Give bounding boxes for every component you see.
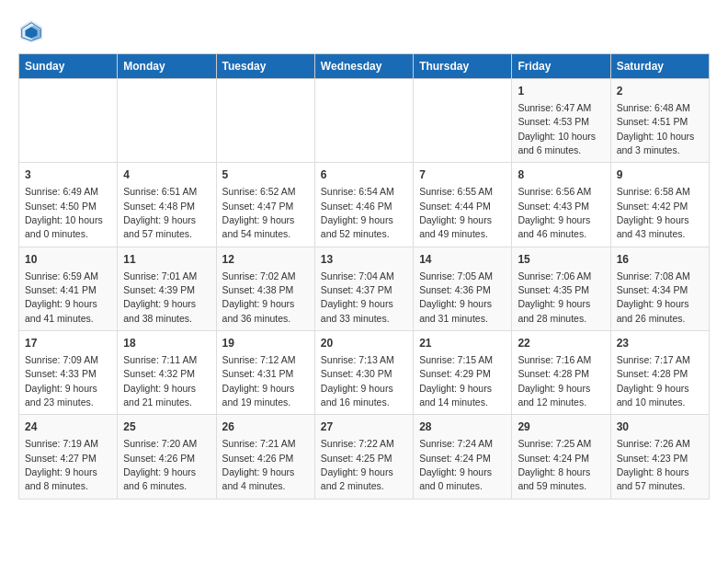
header-tuesday: Tuesday [216,54,314,79]
calendar-cell [314,79,413,163]
calendar-cell: 7Sunrise: 6:55 AM Sunset: 4:44 PM Daylig… [414,163,512,247]
day-number: 23 [617,336,703,351]
calendar-cell: 18Sunrise: 7:11 AM Sunset: 4:32 PM Dayli… [118,331,216,415]
day-number: 19 [222,336,309,351]
calendar-cell: 5Sunrise: 6:52 AM Sunset: 4:47 PM Daylig… [216,163,314,247]
day-number: 30 [617,419,703,435]
header-thursday: Thursday [414,54,512,79]
calendar-cell [414,79,512,163]
day-info: Sunrise: 6:55 AM Sunset: 4:44 PM Dayligh… [419,186,493,239]
calendar-row-4: 24Sunrise: 7:19 AM Sunset: 4:27 PM Dayli… [19,415,710,499]
calendar-cell: 6Sunrise: 6:54 AM Sunset: 4:46 PM Daylig… [314,163,413,247]
day-number: 22 [518,336,604,351]
header-saturday: Saturday [610,54,709,79]
day-number: 17 [25,336,111,351]
day-info: Sunrise: 7:02 AM Sunset: 4:38 PM Dayligh… [222,270,296,324]
day-number: 13 [321,252,407,268]
day-info: Sunrise: 7:06 AM Sunset: 4:35 PM Dayligh… [518,270,591,324]
day-number: 6 [321,167,407,183]
day-info: Sunrise: 7:05 AM Sunset: 4:36 PM Dayligh… [419,270,493,324]
day-info: Sunrise: 7:04 AM Sunset: 4:37 PM Dayligh… [321,270,394,324]
calendar-cell: 27Sunrise: 7:22 AM Sunset: 4:25 PM Dayli… [314,415,413,499]
calendar-cell: 25Sunrise: 7:20 AM Sunset: 4:26 PM Dayli… [118,415,216,499]
calendar-cell: 1Sunrise: 6:47 AM Sunset: 4:53 PM Daylig… [512,79,610,163]
day-info: Sunrise: 7:24 AM Sunset: 4:24 PM Dayligh… [419,438,493,491]
day-number: 3 [25,167,111,183]
day-info: Sunrise: 7:08 AM Sunset: 4:34 PM Dayligh… [617,270,690,324]
calendar-cell: 14Sunrise: 7:05 AM Sunset: 4:36 PM Dayli… [414,247,512,330]
header-row: SundayMondayTuesdayWednesdayThursdayFrid… [19,54,710,79]
day-number: 1 [518,84,604,99]
day-number: 11 [123,252,210,268]
day-info: Sunrise: 7:17 AM Sunset: 4:28 PM Dayligh… [617,354,690,408]
calendar-row-2: 10Sunrise: 6:59 AM Sunset: 4:41 PM Dayli… [19,247,710,330]
day-info: Sunrise: 6:52 AM Sunset: 4:47 PM Dayligh… [222,186,296,239]
day-info: Sunrise: 7:22 AM Sunset: 4:25 PM Dayligh… [321,438,394,491]
day-number: 28 [419,419,506,435]
day-info: Sunrise: 7:11 AM Sunset: 4:32 PM Dayligh… [123,354,197,408]
page-header [18,18,710,44]
calendar-cell: 16Sunrise: 7:08 AM Sunset: 4:34 PM Dayli… [610,247,709,330]
day-info: Sunrise: 7:13 AM Sunset: 4:30 PM Dayligh… [321,354,394,408]
day-info: Sunrise: 7:20 AM Sunset: 4:26 PM Dayligh… [123,438,197,491]
calendar-cell [118,79,216,163]
day-number: 12 [222,252,309,268]
calendar-cell: 28Sunrise: 7:24 AM Sunset: 4:24 PM Dayli… [414,415,512,499]
day-info: Sunrise: 6:56 AM Sunset: 4:43 PM Dayligh… [518,186,591,239]
calendar-cell [19,79,118,163]
day-number: 8 [518,167,604,183]
day-info: Sunrise: 7:21 AM Sunset: 4:26 PM Dayligh… [222,438,296,491]
day-info: Sunrise: 6:48 AM Sunset: 4:51 PM Dayligh… [617,102,695,155]
calendar-cell: 20Sunrise: 7:13 AM Sunset: 4:30 PM Dayli… [314,331,413,415]
calendar-cell: 29Sunrise: 7:25 AM Sunset: 4:24 PM Dayli… [512,415,610,499]
day-info: Sunrise: 6:54 AM Sunset: 4:46 PM Dayligh… [321,186,394,239]
calendar-cell: 21Sunrise: 7:15 AM Sunset: 4:29 PM Dayli… [414,331,512,415]
calendar-cell: 12Sunrise: 7:02 AM Sunset: 4:38 PM Dayli… [216,247,314,330]
calendar-cell: 10Sunrise: 6:59 AM Sunset: 4:41 PM Dayli… [19,247,118,330]
calendar-cell [216,79,314,163]
calendar-cell: 11Sunrise: 7:01 AM Sunset: 4:39 PM Dayli… [118,247,216,330]
calendar-cell: 2Sunrise: 6:48 AM Sunset: 4:51 PM Daylig… [610,79,709,163]
day-info: Sunrise: 6:59 AM Sunset: 4:41 PM Dayligh… [25,270,98,324]
day-info: Sunrise: 7:19 AM Sunset: 4:27 PM Dayligh… [25,438,98,491]
day-number: 29 [518,419,604,435]
calendar-row-0: 1Sunrise: 6:47 AM Sunset: 4:53 PM Daylig… [19,79,710,163]
header-wednesday: Wednesday [314,54,413,79]
day-info: Sunrise: 7:09 AM Sunset: 4:33 PM Dayligh… [25,354,98,408]
day-info: Sunrise: 7:16 AM Sunset: 4:28 PM Dayligh… [518,354,591,408]
day-info: Sunrise: 7:15 AM Sunset: 4:29 PM Dayligh… [419,354,493,408]
day-number: 16 [617,252,703,268]
calendar-table: SundayMondayTuesdayWednesdayThursdayFrid… [18,53,710,500]
day-number: 25 [123,419,210,435]
calendar-row-3: 17Sunrise: 7:09 AM Sunset: 4:33 PM Dayli… [19,331,710,415]
day-info: Sunrise: 7:01 AM Sunset: 4:39 PM Dayligh… [123,270,197,324]
day-number: 21 [419,336,506,351]
calendar-cell: 23Sunrise: 7:17 AM Sunset: 4:28 PM Dayli… [610,331,709,415]
calendar-cell: 3Sunrise: 6:49 AM Sunset: 4:50 PM Daylig… [19,163,118,247]
calendar-cell: 15Sunrise: 7:06 AM Sunset: 4:35 PM Dayli… [512,247,610,330]
day-info: Sunrise: 6:51 AM Sunset: 4:48 PM Dayligh… [123,186,197,239]
day-number: 27 [321,419,407,435]
day-number: 20 [321,336,407,351]
calendar-cell: 8Sunrise: 6:56 AM Sunset: 4:43 PM Daylig… [512,163,610,247]
header-monday: Monday [118,54,216,79]
day-info: Sunrise: 7:25 AM Sunset: 4:24 PM Dayligh… [518,438,591,491]
day-info: Sunrise: 7:12 AM Sunset: 4:31 PM Dayligh… [222,354,296,408]
calendar-cell: 26Sunrise: 7:21 AM Sunset: 4:26 PM Dayli… [216,415,314,499]
header-sunday: Sunday [19,54,118,79]
calendar-cell: 30Sunrise: 7:26 AM Sunset: 4:23 PM Dayli… [610,415,709,499]
day-number: 2 [617,84,703,99]
day-number: 5 [222,167,309,183]
day-number: 18 [123,336,210,351]
day-info: Sunrise: 6:49 AM Sunset: 4:50 PM Dayligh… [25,186,103,239]
calendar-cell: 17Sunrise: 7:09 AM Sunset: 4:33 PM Dayli… [19,331,118,415]
day-number: 15 [518,252,604,268]
calendar-row-1: 3Sunrise: 6:49 AM Sunset: 4:50 PM Daylig… [19,163,710,247]
day-info: Sunrise: 6:47 AM Sunset: 4:53 PM Dayligh… [518,102,596,155]
day-number: 10 [25,252,111,268]
day-number: 24 [25,419,111,435]
day-number: 9 [617,167,703,183]
calendar-cell: 4Sunrise: 6:51 AM Sunset: 4:48 PM Daylig… [118,163,216,247]
day-info: Sunrise: 7:26 AM Sunset: 4:23 PM Dayligh… [617,438,690,491]
calendar-cell: 19Sunrise: 7:12 AM Sunset: 4:31 PM Dayli… [216,331,314,415]
